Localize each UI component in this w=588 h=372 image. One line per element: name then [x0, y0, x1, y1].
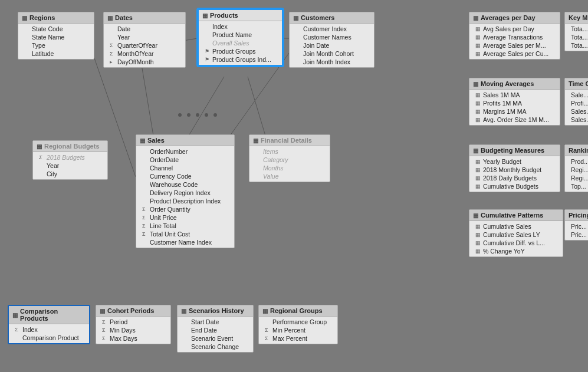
- sigma-icon: Σ: [110, 42, 116, 48]
- field-icon: ▦: [475, 232, 481, 238]
- field-row: Product Name: [199, 31, 282, 39]
- regions-title: Regions: [29, 14, 55, 21]
- field-row: Tota...: [565, 25, 588, 33]
- table-icon: ▦: [37, 143, 42, 150]
- field-row: Σ2018 Budgets: [33, 153, 107, 162]
- cumulative-header: ▦ Cumulative Patterns: [469, 210, 563, 221]
- averages-per-day-table: ▦ Averages per Day ▦Avg Sales per Day ▦A…: [469, 12, 560, 60]
- cohort-periods-title: Cohort Periods: [107, 307, 154, 314]
- field-row: Tota...: [565, 41, 588, 50]
- table-icon: ▦: [473, 15, 478, 21]
- field-row: OrderDate: [136, 156, 234, 164]
- comparison-products-title: Comparison Products: [20, 308, 86, 322]
- field-row: Currency Code: [136, 172, 234, 180]
- averages-title: Averages per Day: [481, 14, 536, 21]
- regional-groups-body: Performance Group ΣMin Percent ΣMax Perc…: [259, 317, 337, 344]
- field-icon: ▦: [475, 223, 481, 229]
- key-m-title: Key M: [569, 14, 587, 21]
- sigma-icon: Σ: [265, 335, 271, 341]
- customers-title: Customers: [301, 14, 334, 21]
- field-row: ▦Yearly Budget: [469, 157, 560, 166]
- field-row: End Date: [178, 326, 253, 334]
- field-row: City: [33, 170, 107, 178]
- table-icon: ▦: [202, 12, 208, 19]
- comparison-products-header: ▦ Comparison Products: [9, 306, 89, 324]
- field-row: Sales...: [565, 107, 588, 116]
- field-row: ▦Profits 1M MA: [469, 99, 560, 107]
- field-row: Product Description Index: [136, 197, 234, 205]
- customers-header: ▦ Customers: [290, 12, 374, 24]
- field-row: Items: [249, 147, 330, 156]
- cohort-periods-table: ▦ Cohort Periods ΣPeriod ΣMin Days ΣMax …: [96, 305, 171, 344]
- financial-details-header: ▦ Financial Details: [249, 135, 330, 146]
- field-row: ▦Cumulative Sales LY: [469, 231, 563, 239]
- regional-groups-header: ▦ Regional Groups: [259, 305, 337, 317]
- scenarios-history-table: ▦ Scenarios History Start Date End Date …: [177, 305, 254, 353]
- field-row: Value: [249, 172, 330, 180]
- scenarios-history-body: Start Date End Date Scenario Event Scena…: [178, 317, 253, 352]
- field-row: Latitude: [18, 50, 94, 58]
- field-row: Channel: [136, 164, 234, 172]
- field-row: Months: [249, 164, 330, 172]
- field-row: ΣQuarterOfYear: [104, 41, 185, 50]
- products-title: Products: [210, 12, 238, 19]
- regional-budgets-title: Regional Budgets: [44, 143, 100, 150]
- svg-point-10: [205, 113, 208, 117]
- table-icon: ▦: [22, 15, 27, 21]
- ranking-table: Rankin Prod... Regi... Regi... Top...: [564, 144, 588, 192]
- table-icon: ▦: [140, 137, 145, 144]
- moving-averages-header: ▦ Moving Averages: [469, 78, 560, 90]
- cohort-periods-body: ΣPeriod ΣMin Days ΣMax Days: [96, 317, 170, 344]
- field-row: ▦Average Sales per Cu...: [469, 50, 560, 58]
- sales-table: ▦ Sales OrderNumber OrderDate Channel Cu…: [136, 134, 235, 248]
- sigma-icon: Σ: [142, 206, 148, 212]
- cohort-periods-header: ▦ Cohort Periods: [96, 305, 170, 317]
- averages-header: ▦ Averages per Day: [469, 12, 560, 24]
- sales-header: ▦ Sales: [136, 135, 234, 146]
- sales-body: OrderNumber OrderDate Channel Currency C…: [136, 146, 234, 248]
- sigma-icon: Σ: [142, 231, 148, 237]
- field-row: Pric...: [565, 222, 588, 231]
- field-row: Scenario Change: [178, 343, 253, 351]
- field-icon: ▦: [475, 100, 481, 106]
- products-body: Index Product Name Overall Sales ⚑Produc…: [199, 21, 282, 65]
- sigma-icon: Σ: [15, 327, 21, 333]
- field-icon: ▦: [475, 117, 481, 123]
- field-row: Overall Sales: [199, 39, 282, 47]
- field-row: Regi...: [565, 174, 588, 182]
- table-icon: ▦: [473, 81, 478, 87]
- field-row: Start Date: [178, 318, 253, 326]
- field-icon: ▦: [475, 240, 481, 246]
- field-row: ⚑Product Groups Ind...: [199, 55, 282, 64]
- table-icon: ▦: [100, 308, 105, 314]
- field-row: ▦Margins 1M MA: [469, 107, 560, 116]
- field-row: ΣPeriod: [96, 318, 170, 326]
- field-row: Year: [104, 33, 185, 41]
- financial-details-body: Items Category Months Value: [249, 146, 330, 182]
- field-icon: ▦: [475, 183, 481, 189]
- field-row: ▦Cumulative Budgets: [469, 182, 560, 190]
- field-row: Prod...: [565, 157, 588, 166]
- field-row: OrderNumber: [136, 147, 234, 156]
- table-icon: ▦: [473, 212, 478, 219]
- field-row: ⚑Product Groups: [199, 47, 282, 55]
- field-row: Top...: [565, 182, 588, 190]
- field-row: ▦Sales 1M MA: [469, 91, 560, 99]
- svg-point-9: [196, 113, 199, 117]
- field-icon: ▦: [475, 51, 481, 57]
- budgeting-measures-table: ▦ Budgeting Measures ▦Yearly Budget ▦201…: [469, 144, 560, 192]
- table-icon: ▦: [293, 15, 298, 21]
- svg-point-7: [178, 113, 182, 117]
- cumulative-patterns-table: ▦ Cumulative Patterns ▦Cumulative Sales …: [469, 209, 563, 257]
- ranking-header: Rankin: [565, 145, 588, 156]
- field-icon: ▦: [475, 42, 481, 48]
- field-row: Warehouse Code: [136, 180, 234, 189]
- field-row: State Name: [18, 33, 94, 41]
- field-row: ΣTotal Unit Cost: [136, 230, 234, 238]
- customers-table: ▦ Customers Customer Index Customer Name…: [289, 12, 375, 68]
- sales-title: Sales: [147, 137, 165, 144]
- diagram-canvas: ▦ Regions State Code State Name Type Lat…: [0, 0, 588, 372]
- field-row: Year: [33, 162, 107, 170]
- pricing-body: Pric... Pric...: [565, 221, 588, 240]
- field-icon: ▦: [475, 175, 481, 181]
